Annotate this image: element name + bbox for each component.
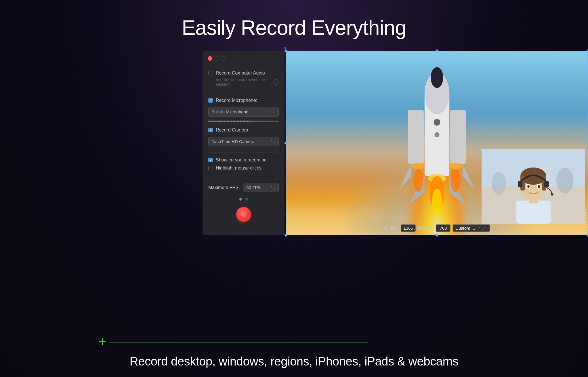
microphone-volume-bar [208,121,279,122]
maximize-button[interactable] [222,56,226,61]
bottom-bar: + Record desktop, windows, regions, iPho… [0,331,588,377]
plus-line-bottom [109,342,368,343]
svg-rect-22 [516,201,551,224]
microphone-select-wrapper: Built-in Microphone External Microphone … [208,107,279,117]
record-camera-row: Record Camera [208,127,279,133]
record-button-inner [241,212,247,217]
highlight-clicks-row: Highlight mouse clicks [208,165,279,171]
close-button[interactable] [208,56,212,61]
record-computer-audio-row: Record Computer Audio [208,71,279,76]
svg-point-13 [449,163,462,169]
svg-point-31 [538,185,540,188]
recording-area: ✕ [203,51,588,235]
record-computer-audio-checkbox[interactable] [208,71,213,75]
height-value[interactable]: 768 [436,224,450,232]
svg-point-34 [551,193,553,196]
page-dot-2[interactable] [245,198,248,201]
panel-body: Record Computer Audio In order to record… [203,65,285,235]
highlight-clicks-label: Highlight mouse clicks [216,165,261,171]
volume-bar-fill [208,121,251,122]
svg-point-12 [412,163,425,169]
record-microphone-label: Record Microphone: [216,98,257,103]
handle-middle-right[interactable] [587,142,588,144]
record-camera-checkbox[interactable] [208,128,213,132]
record-computer-audio-label: Record Computer Audio [216,71,265,76]
screenshot-background: Width : 1366 Height : 768 Custom ... ⌃⌄ [286,51,588,235]
svg-point-17 [451,169,461,192]
show-cursor-checkbox[interactable] [208,158,213,162]
svg-point-5 [434,119,440,125]
record-microphone-checkbox[interactable] [208,98,213,103]
webcam-overlay [482,149,585,224]
plus-icon-area: + [98,334,368,348]
height-label: Height : [418,226,434,231]
svg-rect-32 [518,181,522,187]
plus-lines [109,340,368,343]
traffic-lights [203,51,285,65]
record-camera-label: Record Camera [216,127,248,133]
width-label: Width : [384,226,399,231]
handle-top-right[interactable] [587,49,588,52]
show-cursor-label: Show cursor in recording [216,157,267,163]
show-cursor-row: Show cursor in recording [208,157,279,163]
camera-select-wrapper: FaceTime HD Camera No Camera ⌃⌄ [208,137,279,146]
record-button[interactable] [236,207,251,222]
rocket-scene [286,51,588,235]
fps-row: Maximum FPS: 24 FPS 30 FPS 60 FPS ⌃⌄ [208,183,279,192]
svg-point-6 [434,132,439,137]
handle-middle-left[interactable] [285,142,287,144]
svg-point-2 [431,67,443,88]
svg-point-20 [492,172,506,195]
info-icon[interactable]: i [274,79,279,85]
webinar-note-row: In order to record a webinar session... … [216,77,279,87]
highlight-clicks-checkbox[interactable] [208,166,213,170]
sep-2 [208,153,279,153]
svg-point-21 [556,167,574,193]
handle-top-center[interactable] [436,49,438,52]
svg-point-15 [432,188,442,213]
handle-bottom-center[interactable] [436,234,438,237]
control-panel: Record Computer Audio In order to record… [203,51,285,235]
svg-point-30 [527,185,530,188]
fps-select[interactable]: 24 FPS 30 FPS 60 FPS [243,183,279,192]
page-dots [208,198,279,201]
minimize-button[interactable] [215,56,219,61]
width-value[interactable]: 1366 [401,224,415,232]
sep-1 [208,93,279,93]
svg-point-16 [413,169,423,192]
handle-bottom-left[interactable] [285,234,287,237]
microphone-select[interactable]: Built-in Microphone External Microphone [208,107,279,117]
bottom-tagline: Record desktop, windows, regions, iPhone… [130,355,459,368]
svg-marker-9 [400,164,411,188]
webinar-note: In order to record a webinar session... [216,77,271,87]
dimension-bar: Width : 1366 Height : 768 Custom ... ⌃⌄ [384,224,490,232]
close-x-icon[interactable]: ✕ [284,46,287,50]
svg-marker-10 [463,164,474,188]
page-dot-1[interactable] [239,198,242,201]
svg-rect-4 [450,110,466,164]
camera-select[interactable]: FaceTime HD Camera No Camera [208,137,279,146]
sep-3 [208,178,279,178]
plus-line-top [109,340,368,340]
plus-icon: + [98,334,106,348]
svg-rect-3 [408,110,424,164]
record-button-wrapper [208,207,279,222]
record-microphone-row: Record Microphone: [208,98,279,103]
webcam-person-svg [482,149,585,224]
fps-label: Maximum FPS: [208,185,240,190]
handle-bottom-right[interactable] [587,234,588,237]
page-title: Easily Record Everything [0,0,588,51]
custom-dropdown[interactable]: Custom ... ⌃⌄ [453,224,490,232]
fps-select-wrapper: 24 FPS 30 FPS 60 FPS ⌃⌄ [243,183,279,192]
